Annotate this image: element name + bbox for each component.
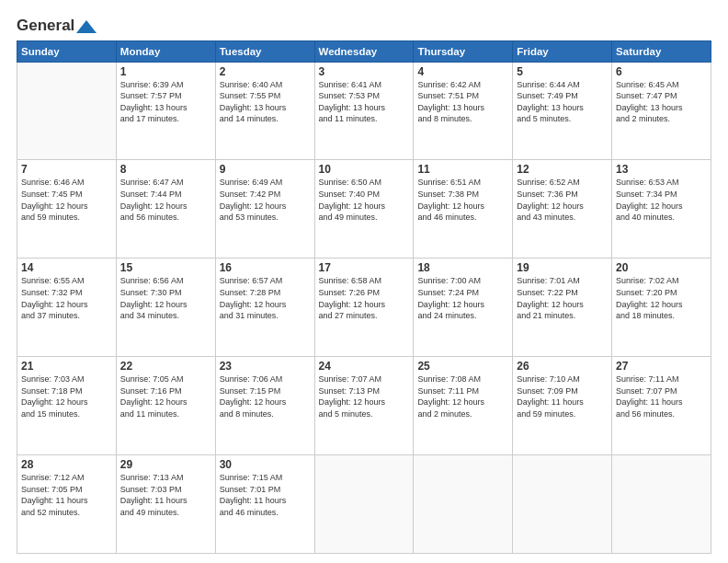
page: General SundayMondayTuesdayWednesdayThur… <box>0 0 728 563</box>
cell-day-number: 24 <box>319 360 410 373</box>
cell-info: Sunrise: 7:05 AM Sunset: 7:16 PM Dayligh… <box>120 373 211 419</box>
day-header-saturday: Saturday <box>612 40 711 62</box>
svg-marker-0 <box>76 20 97 33</box>
cell-day-number: 9 <box>220 163 311 176</box>
cell-info: Sunrise: 6:45 AM Sunset: 7:47 PM Dayligh… <box>616 79 707 125</box>
calendar-cell <box>612 455 711 554</box>
calendar-cell: 20Sunrise: 7:02 AM Sunset: 7:20 PM Dayli… <box>612 259 711 357</box>
logo-text-block: General <box>17 17 97 35</box>
calendar-cell: 6Sunrise: 6:45 AM Sunset: 7:47 PM Daylig… <box>612 62 711 160</box>
cell-info: Sunrise: 6:40 AM Sunset: 7:55 PM Dayligh… <box>220 79 311 125</box>
calendar-cell: 30Sunrise: 7:15 AM Sunset: 7:01 PM Dayli… <box>215 455 314 554</box>
calendar-cell: 17Sunrise: 6:58 AM Sunset: 7:26 PM Dayli… <box>314 259 414 357</box>
cell-info: Sunrise: 6:42 AM Sunset: 7:51 PM Dayligh… <box>417 79 508 125</box>
cell-day-number: 2 <box>220 65 311 78</box>
calendar-cell: 15Sunrise: 6:56 AM Sunset: 7:30 PM Dayli… <box>116 259 215 357</box>
calendar-cell: 14Sunrise: 6:55 AM Sunset: 7:32 PM Dayli… <box>17 259 117 357</box>
calendar-cell: 8Sunrise: 6:47 AM Sunset: 7:44 PM Daylig… <box>116 160 215 259</box>
calendar-cell: 18Sunrise: 7:00 AM Sunset: 7:24 PM Dayli… <box>414 259 513 357</box>
calendar-cell <box>314 455 414 554</box>
calendar-cell: 7Sunrise: 6:46 AM Sunset: 7:45 PM Daylig… <box>17 160 117 259</box>
calendar-cell: 13Sunrise: 6:53 AM Sunset: 7:34 PM Dayli… <box>612 160 711 259</box>
cell-day-number: 14 <box>21 261 112 274</box>
cell-info: Sunrise: 6:41 AM Sunset: 7:53 PM Dayligh… <box>319 79 410 125</box>
calendar-cell: 16Sunrise: 6:57 AM Sunset: 7:28 PM Dayli… <box>215 259 314 357</box>
calendar-cell: 27Sunrise: 7:11 AM Sunset: 7:07 PM Dayli… <box>612 357 711 455</box>
cell-info: Sunrise: 7:01 AM Sunset: 7:22 PM Dayligh… <box>517 275 608 321</box>
cell-day-number: 4 <box>417 65 508 78</box>
day-header-sunday: Sunday <box>17 40 117 62</box>
cell-info: Sunrise: 7:03 AM Sunset: 7:18 PM Dayligh… <box>21 373 112 419</box>
cell-day-number: 26 <box>517 360 608 373</box>
cell-day-number: 7 <box>21 163 112 176</box>
calendar-cell: 5Sunrise: 6:44 AM Sunset: 7:49 PM Daylig… <box>513 62 612 160</box>
cell-info: Sunrise: 6:49 AM Sunset: 7:42 PM Dayligh… <box>220 177 311 223</box>
cell-info: Sunrise: 6:47 AM Sunset: 7:44 PM Dayligh… <box>120 177 211 223</box>
calendar-cell: 2Sunrise: 6:40 AM Sunset: 7:55 PM Daylig… <box>215 62 314 160</box>
cell-day-number: 16 <box>220 261 311 274</box>
cell-info: Sunrise: 6:53 AM Sunset: 7:34 PM Dayligh… <box>616 177 707 223</box>
cell-day-number: 30 <box>220 458 311 471</box>
calendar-cell: 22Sunrise: 7:05 AM Sunset: 7:16 PM Dayli… <box>116 357 215 455</box>
cell-day-number: 13 <box>616 163 707 176</box>
cell-info: Sunrise: 7:00 AM Sunset: 7:24 PM Dayligh… <box>417 275 508 321</box>
logo: General <box>17 17 97 35</box>
header: General <box>17 17 711 35</box>
calendar-cell: 23Sunrise: 7:06 AM Sunset: 7:15 PM Dayli… <box>215 357 314 455</box>
day-header-friday: Friday <box>513 40 612 62</box>
cell-day-number: 27 <box>616 360 707 373</box>
cell-day-number: 22 <box>120 360 211 373</box>
cell-info: Sunrise: 7:11 AM Sunset: 7:07 PM Dayligh… <box>616 373 707 419</box>
calendar-cell: 19Sunrise: 7:01 AM Sunset: 7:22 PM Dayli… <box>513 259 612 357</box>
cell-day-number: 15 <box>120 261 211 274</box>
cell-day-number: 29 <box>120 458 211 471</box>
cell-info: Sunrise: 7:08 AM Sunset: 7:11 PM Dayligh… <box>417 373 508 419</box>
calendar-cell: 12Sunrise: 6:52 AM Sunset: 7:36 PM Dayli… <box>513 160 612 259</box>
calendar-week-2: 7Sunrise: 6:46 AM Sunset: 7:45 PM Daylig… <box>17 160 711 259</box>
cell-day-number: 10 <box>319 163 410 176</box>
calendar-cell <box>17 62 117 160</box>
cell-info: Sunrise: 6:56 AM Sunset: 7:30 PM Dayligh… <box>120 275 211 321</box>
cell-day-number: 3 <box>319 65 410 78</box>
cell-info: Sunrise: 6:44 AM Sunset: 7:49 PM Dayligh… <box>517 79 608 125</box>
cell-info: Sunrise: 7:15 AM Sunset: 7:01 PM Dayligh… <box>220 472 311 518</box>
cell-day-number: 21 <box>21 360 112 373</box>
cell-day-number: 20 <box>616 261 707 274</box>
cell-info: Sunrise: 6:58 AM Sunset: 7:26 PM Dayligh… <box>319 275 410 321</box>
cell-day-number: 1 <box>120 65 211 78</box>
day-header-thursday: Thursday <box>414 40 513 62</box>
cell-info: Sunrise: 6:55 AM Sunset: 7:32 PM Dayligh… <box>21 275 112 321</box>
cell-day-number: 18 <box>417 261 508 274</box>
calendar-cell: 10Sunrise: 6:50 AM Sunset: 7:40 PM Dayli… <box>314 160 414 259</box>
cell-info: Sunrise: 7:10 AM Sunset: 7:09 PM Dayligh… <box>517 373 608 419</box>
day-header-tuesday: Tuesday <box>215 40 314 62</box>
calendar-cell: 25Sunrise: 7:08 AM Sunset: 7:11 PM Dayli… <box>414 357 513 455</box>
calendar-cell: 1Sunrise: 6:39 AM Sunset: 7:57 PM Daylig… <box>116 62 215 160</box>
cell-info: Sunrise: 7:12 AM Sunset: 7:05 PM Dayligh… <box>21 472 112 518</box>
day-header-monday: Monday <box>116 40 215 62</box>
calendar-cell: 24Sunrise: 7:07 AM Sunset: 7:13 PM Dayli… <box>314 357 414 455</box>
cell-info: Sunrise: 7:06 AM Sunset: 7:15 PM Dayligh… <box>220 373 311 419</box>
calendar-cell <box>414 455 513 554</box>
cell-day-number: 28 <box>21 458 112 471</box>
cell-day-number: 5 <box>517 65 608 78</box>
cell-day-number: 25 <box>417 360 508 373</box>
calendar-week-1: 1Sunrise: 6:39 AM Sunset: 7:57 PM Daylig… <box>17 62 711 160</box>
cell-info: Sunrise: 7:07 AM Sunset: 7:13 PM Dayligh… <box>319 373 410 419</box>
cell-day-number: 8 <box>120 163 211 176</box>
day-header-wednesday: Wednesday <box>314 40 414 62</box>
calendar-cell: 29Sunrise: 7:13 AM Sunset: 7:03 PM Dayli… <box>116 455 215 554</box>
cell-info: Sunrise: 6:39 AM Sunset: 7:57 PM Dayligh… <box>120 79 211 125</box>
cell-day-number: 6 <box>616 65 707 78</box>
calendar-cell: 11Sunrise: 6:51 AM Sunset: 7:38 PM Dayli… <box>414 160 513 259</box>
calendar-week-5: 28Sunrise: 7:12 AM Sunset: 7:05 PM Dayli… <box>17 455 711 554</box>
cell-info: Sunrise: 7:02 AM Sunset: 7:20 PM Dayligh… <box>616 275 707 321</box>
logo-general: General <box>17 17 97 35</box>
cell-day-number: 12 <box>517 163 608 176</box>
calendar-cell <box>513 455 612 554</box>
calendar-week-3: 14Sunrise: 6:55 AM Sunset: 7:32 PM Dayli… <box>17 259 711 357</box>
calendar-cell: 21Sunrise: 7:03 AM Sunset: 7:18 PM Dayli… <box>17 357 117 455</box>
cell-info: Sunrise: 6:46 AM Sunset: 7:45 PM Dayligh… <box>21 177 112 223</box>
cell-info: Sunrise: 6:50 AM Sunset: 7:40 PM Dayligh… <box>319 177 410 223</box>
cell-info: Sunrise: 6:51 AM Sunset: 7:38 PM Dayligh… <box>417 177 508 223</box>
